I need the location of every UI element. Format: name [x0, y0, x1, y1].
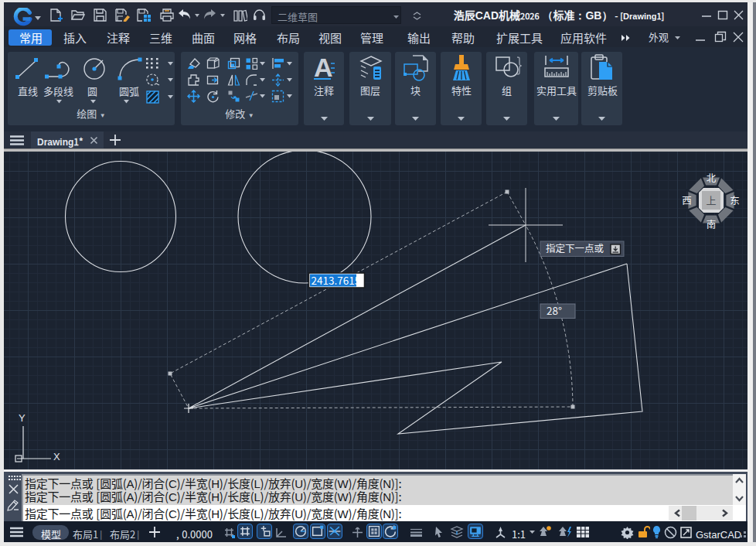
svg-text:南: 南	[707, 217, 717, 231]
svg-text:上: 上	[706, 193, 716, 207]
svg-text:28°: 28°	[547, 302, 562, 318]
svg-text:指定下一点或: 指定下一点或	[546, 241, 604, 255]
svg-text:A: A	[314, 54, 333, 82]
svg-text:X: X	[53, 449, 60, 463]
svg-text:Y: Y	[19, 410, 26, 425]
svg-text:东: 东	[730, 193, 740, 207]
svg-text:2413.7615: 2413.7615	[312, 272, 361, 288]
svg-text:西: 西	[682, 193, 692, 207]
svg-text:北: 北	[707, 170, 717, 185]
